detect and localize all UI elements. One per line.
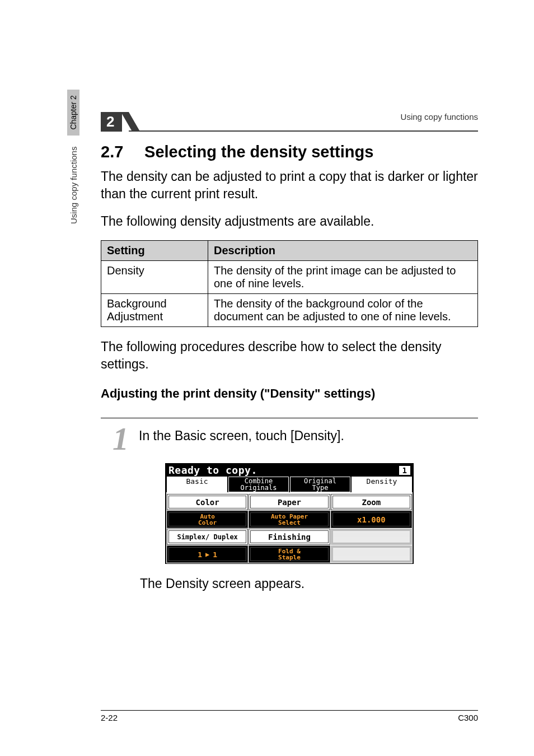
val-zoom-x1[interactable]: x1.000 (331, 511, 412, 528)
td-description: The density of the print image can be ad… (208, 261, 478, 294)
td-setting: Background Adjustment (101, 294, 208, 327)
footer-model: C300 (458, 713, 478, 722)
settings-table: Setting Description Density The density … (101, 240, 478, 327)
val-auto-color[interactable]: Auto Color (167, 511, 248, 528)
td-setting: Density (101, 261, 208, 294)
empty-cell (331, 529, 412, 545)
val-1-to-1[interactable]: 1 ▶ 1 (167, 545, 248, 563)
table-row: Background Adjustment The density of the… (101, 294, 478, 327)
chapter-number-tab: 2 (101, 112, 122, 132)
lcd-copy-count: 1 (399, 466, 410, 475)
btn-color[interactable]: Color (167, 494, 248, 510)
footer-page-number: 2-22 (101, 713, 118, 722)
section-heading: 2.7 Selecting the density settings (101, 143, 478, 161)
side-label: Using copy functions Chapter 2 (67, 90, 79, 224)
paragraph-intro-2: The following density adjustments are av… (101, 213, 478, 230)
subheading-density: Adjusting the print density ("Density" s… (101, 386, 478, 401)
one-right: 1 (213, 551, 217, 558)
step-number: 1 (101, 423, 129, 455)
step-rule (101, 418, 478, 418)
btn-simplex-duplex[interactable]: Simplex/ Duplex (167, 529, 248, 545)
empty-cell (331, 545, 412, 563)
th-setting: Setting (101, 241, 208, 261)
tab-original-type[interactable]: Original Type (290, 477, 350, 492)
side-title: Using copy functions (69, 147, 78, 224)
val-fold-staple[interactable]: Fold & Staple (249, 545, 330, 563)
running-header: Using copy functions (401, 112, 478, 122)
step-1: 1 In the Basic screen, touch [Density]. (101, 423, 478, 455)
val-fold-text: Fold & Staple (278, 548, 301, 561)
tab-density[interactable]: Density (352, 477, 412, 492)
page-footer: 2-22 C300 (101, 710, 478, 722)
val-zoom-text: x1.000 (357, 516, 386, 524)
val-auto-color-text: Auto Color (198, 514, 217, 526)
tab-combine-originals[interactable]: Combine Originals (228, 477, 289, 492)
val-auto-paper[interactable]: Auto Paper Select (249, 511, 330, 528)
td-description: The density of the background color of t… (208, 294, 478, 327)
paragraph-after-table: The following procedures describe how to… (101, 338, 478, 373)
lcd-status-text: Ready to copy. (168, 464, 399, 476)
side-chapter-box: Chapter 2 (67, 90, 79, 135)
btn-paper[interactable]: Paper (249, 494, 330, 510)
table-row: Density The density of the print image c… (101, 261, 478, 294)
arrow-icon: ▶ (205, 551, 209, 558)
tab-basic[interactable]: Basic (167, 477, 227, 492)
lcd-panel: Ready to copy. 1 Basic Combine Originals… (165, 463, 414, 564)
btn-finishing[interactable]: Finishing (249, 529, 330, 545)
section-title-text: Selecting the density settings (144, 143, 373, 161)
btn-zoom[interactable]: Zoom (331, 494, 412, 510)
one-left: 1 (198, 551, 202, 558)
paragraph-after-lcd: The Density screen appears. (140, 575, 478, 592)
section-number: 2.7 (101, 143, 140, 161)
paragraph-intro-1: The density can be adjusted to print a c… (101, 168, 478, 203)
header-rule (129, 130, 478, 132)
th-description: Description (208, 241, 478, 261)
val-auto-paper-text: Auto Paper Select (271, 514, 308, 526)
step-text: In the Basic screen, touch [Density]. (139, 423, 344, 444)
